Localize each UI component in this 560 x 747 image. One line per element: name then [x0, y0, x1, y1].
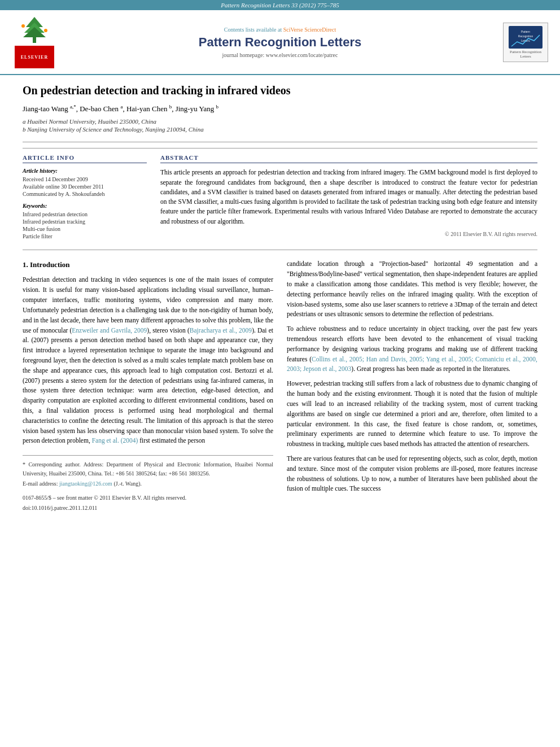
- affiliations: a Huaibei Normal University, Huaibei 235…: [23, 118, 537, 133]
- paper-title: On pedestrian detection and tracking in …: [23, 84, 537, 97]
- ref-collins[interactable]: Collins et al., 2005; Han and Davis, 200…: [287, 356, 537, 373]
- abstract-copyright: © 2011 Elsevier B.V. All rights reserved…: [160, 231, 537, 237]
- keyword-2: Infrared pedestrian tracking: [23, 219, 147, 225]
- footnote-corresponding: * Corresponding author. Address: Departm…: [23, 460, 273, 478]
- sciverse-link[interactable]: Contents lists available at SciVerse Sci…: [69, 27, 491, 33]
- body-col2-para3: However, pedestrian tracking still suffe…: [287, 379, 537, 449]
- keyword-4: Particle filter: [23, 233, 147, 239]
- body-col2-para4: There are various features that can be u…: [287, 454, 537, 494]
- footnote-doi: doi:10.1016/j.patrec.2011.12.011: [23, 504, 273, 513]
- elsevier-brand-box: ELSEVIER: [15, 46, 54, 68]
- footnote-email-link[interactable]: jiangtaoking@126.com: [59, 480, 112, 487]
- body-col2-para2: To achieve robustness and to reduce unce…: [287, 324, 537, 374]
- ref-bajracharya[interactable]: Bajracharya et al., 2009: [190, 327, 252, 334]
- article-info-panel: ARTICLE INFO Article history: Received 1…: [23, 154, 147, 241]
- body-columns: 1. Introduction Pedestrian detection and…: [23, 259, 537, 514]
- body-divider: [23, 250, 537, 250]
- authors: Jiang-tao Wang a,*, De-bao Chen a, Hai-y…: [23, 104, 537, 113]
- journal-center-info: Contents lists available at SciVerse Sci…: [69, 27, 491, 58]
- header-divider: [23, 142, 537, 142]
- body-col2-para1: candidate location through a "Projection…: [287, 259, 537, 320]
- abstract-panel: ABSTRACT This article presents an approa…: [160, 154, 537, 241]
- history-received: Received 14 December 2009: [23, 176, 147, 182]
- section1-title: 1. Introduction: [23, 259, 273, 270]
- elsevier-tree-icon: [12, 15, 57, 46]
- pattern-recognition-logo-icon: Pattern Recognition Letters: [509, 26, 542, 49]
- keywords-label: Keywords:: [23, 203, 147, 209]
- svg-text:Pattern: Pattern: [521, 30, 530, 33]
- article-history-label: Article history:: [23, 168, 147, 174]
- svg-point-5: [44, 29, 47, 32]
- history-available: Available online 30 December 2011: [23, 184, 147, 190]
- abstract-text: This article presents an approach for pe…: [160, 168, 537, 226]
- elsevier-logo: ELSEVIER: [9, 15, 60, 69]
- svg-text:Recognition: Recognition: [518, 34, 533, 38]
- svg-point-4: [21, 24, 25, 28]
- banner-text: Pattern Recognition Letters 33 (2012) 77…: [221, 2, 339, 8]
- ref-enzweiler[interactable]: Enzweiler and Gavrila, 2009: [72, 327, 147, 334]
- journal-logo-right: Pattern Recognition Letters Pattern Reco…: [500, 23, 551, 62]
- keyword-1: Infrared pedestrian detection: [23, 211, 147, 217]
- journal-banner: Pattern Recognition Letters 33 (2012) 77…: [0, 0, 560, 10]
- journal-header: ELSEVIER Contents lists available at Sci…: [0, 10, 560, 75]
- article-info-title: ARTICLE INFO: [23, 154, 147, 163]
- footnote-email: E-mail address: jiangtaoking@126.com (J.…: [23, 479, 273, 488]
- footnote-license: 0167-8655/$ – see front matter © 2011 El…: [23, 493, 273, 503]
- main-content: On pedestrian detection and tracking in …: [0, 75, 560, 523]
- journal-logo-box: Pattern Recognition Letters Pattern Reco…: [503, 23, 548, 62]
- footnote-area: * Corresponding author. Address: Departm…: [23, 455, 273, 513]
- journal-homepage: journal homepage: www.elsevier.com/locat…: [69, 52, 491, 58]
- affiliation-b: b Nanjing University of Science and Tech…: [23, 126, 537, 133]
- sciverse-brand: SciVerse ScienceDirect: [283, 27, 336, 33]
- body-col-left: 1. Introduction Pedestrian detection and…: [23, 259, 273, 514]
- history-communicated: Communicated by A. Shokoufandeh: [23, 191, 147, 197]
- keyword-3: Multi-cue fusion: [23, 226, 147, 232]
- affiliation-a: a Huaibei Normal University, Huaibei 235…: [23, 118, 537, 125]
- ref-fang[interactable]: Fang et al. (2004): [92, 437, 138, 444]
- journal-title: Pattern Recognition Letters: [69, 35, 491, 50]
- logo-caption: Pattern RecognitionLetters: [510, 50, 541, 59]
- info-section: ARTICLE INFO Article history: Received 1…: [23, 148, 537, 241]
- body-col-right: candidate location through a "Projection…: [287, 259, 537, 514]
- body-col1-para1: Pedestrian detection and tracking in vid…: [23, 275, 273, 446]
- abstract-title: ABSTRACT: [160, 154, 537, 163]
